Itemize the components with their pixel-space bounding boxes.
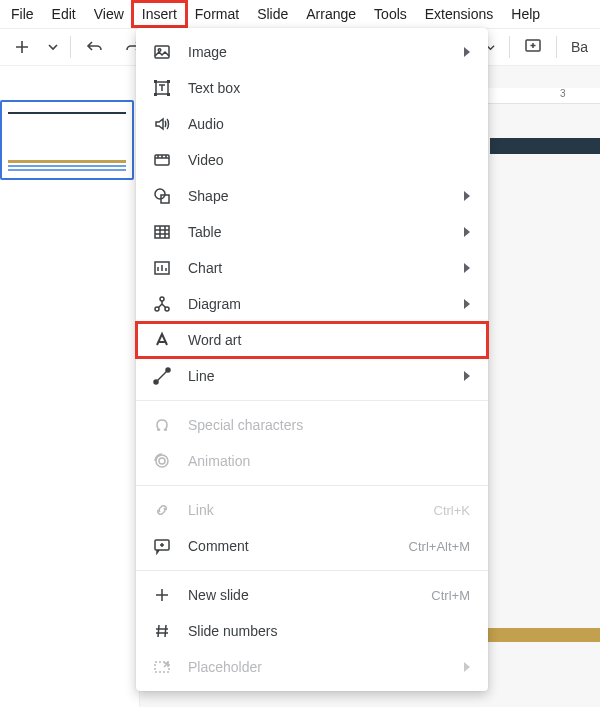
chevron-right-icon	[464, 371, 470, 381]
comment-icon	[152, 536, 172, 556]
menu-item-label: Table	[188, 224, 454, 240]
line-icon	[152, 366, 172, 386]
thumb-decoration	[8, 112, 126, 114]
menu-item-label: Audio	[188, 116, 470, 132]
menu-item-label: Shape	[188, 188, 454, 204]
svg-rect-8	[167, 93, 170, 96]
menu-divider	[136, 570, 488, 571]
menu-item-table[interactable]: Table	[136, 214, 488, 250]
menu-item-label: New slide	[188, 587, 431, 603]
menu-item-link: Link Ctrl+K	[136, 492, 488, 528]
menu-item-chart[interactable]: Chart	[136, 250, 488, 286]
ruler-tick-3: 3	[560, 88, 566, 99]
undo-button[interactable]	[81, 33, 109, 61]
chevron-right-icon	[464, 263, 470, 273]
menu-item-placeholder: Placeholder	[136, 649, 488, 685]
toolbar-separator-2	[509, 36, 510, 58]
background-button[interactable]: Ba	[571, 39, 588, 55]
chevron-right-icon	[464, 662, 470, 672]
new-slide-dropdown[interactable]	[46, 33, 60, 61]
comment-tool-icon[interactable]	[524, 37, 542, 58]
svg-rect-2	[155, 46, 169, 58]
menu-item-shortcut: Ctrl+M	[431, 588, 470, 603]
svg-point-10	[155, 189, 165, 199]
animation-icon	[152, 451, 172, 471]
menu-item-image[interactable]: Image	[136, 34, 488, 70]
menu-item-label: Word art	[188, 332, 470, 348]
menu-item-label: Comment	[188, 538, 409, 554]
menu-item-label: Video	[188, 152, 470, 168]
link-icon	[152, 500, 172, 520]
slide-thumbnail-1[interactable]	[0, 100, 134, 180]
menu-item-label: Special characters	[188, 417, 470, 433]
menu-item-label: Placeholder	[188, 659, 454, 675]
image-icon	[152, 42, 172, 62]
menu-item-audio[interactable]: Audio	[136, 106, 488, 142]
diagram-icon	[152, 294, 172, 314]
menu-item-specialchars: Special characters	[136, 407, 488, 443]
menu-item-newslide[interactable]: New slide Ctrl+M	[136, 577, 488, 613]
svg-point-3	[158, 49, 161, 52]
toolbar-separator-3	[556, 36, 557, 58]
menubar: File Edit View Insert Format Slide Arran…	[0, 0, 600, 28]
menu-slide[interactable]: Slide	[248, 2, 297, 26]
menu-item-label: Link	[188, 502, 434, 518]
menu-item-animation: Animation	[136, 443, 488, 479]
menu-item-label: Image	[188, 44, 454, 60]
menu-item-label: Text box	[188, 80, 470, 96]
audio-icon	[152, 114, 172, 134]
svg-rect-6	[167, 80, 170, 83]
menu-tools[interactable]: Tools	[365, 2, 416, 26]
thumb-decoration	[8, 160, 126, 163]
menu-extensions[interactable]: Extensions	[416, 2, 502, 26]
plus-icon	[152, 585, 172, 605]
menu-item-line[interactable]: Line	[136, 358, 488, 394]
menu-item-shape[interactable]: Shape	[136, 178, 488, 214]
table-icon	[152, 222, 172, 242]
menu-file[interactable]: File	[2, 2, 43, 26]
menu-item-label: Animation	[188, 453, 470, 469]
placeholder-icon	[152, 657, 172, 677]
menu-edit[interactable]: Edit	[43, 2, 85, 26]
svg-point-20	[156, 455, 168, 467]
shape-icon	[152, 186, 172, 206]
menu-item-label: Line	[188, 368, 454, 384]
textbox-icon	[152, 78, 172, 98]
new-slide-button[interactable]	[8, 33, 36, 61]
chevron-right-icon	[464, 299, 470, 309]
slide-thumbnail-panel	[0, 66, 140, 707]
omega-icon	[152, 415, 172, 435]
menu-view[interactable]: View	[85, 2, 133, 26]
menu-item-video[interactable]: Video	[136, 142, 488, 178]
menu-item-shortcut: Ctrl+Alt+M	[409, 539, 470, 554]
video-icon	[152, 150, 172, 170]
menu-help[interactable]: Help	[502, 2, 549, 26]
menu-item-wordart[interactable]: Word art	[136, 322, 488, 358]
menu-arrange[interactable]: Arrange	[297, 2, 365, 26]
chevron-right-icon	[464, 191, 470, 201]
menu-item-label: Slide numbers	[188, 623, 470, 639]
insert-dropdown: Image Text box Audio Video Shape Table	[136, 28, 488, 691]
svg-rect-12	[155, 226, 169, 238]
svg-point-14	[160, 297, 164, 301]
thumb-decoration	[8, 165, 126, 167]
menu-divider	[136, 485, 488, 486]
svg-point-19	[159, 458, 165, 464]
menu-insert[interactable]: Insert	[133, 2, 186, 26]
menu-item-comment[interactable]: Comment Ctrl+Alt+M	[136, 528, 488, 564]
chevron-right-icon	[464, 47, 470, 57]
menu-item-slidenumbers[interactable]: Slide numbers	[136, 613, 488, 649]
menu-item-diagram[interactable]: Diagram	[136, 286, 488, 322]
menu-format[interactable]: Format	[186, 2, 248, 26]
menu-divider	[136, 400, 488, 401]
menu-item-label: Chart	[188, 260, 454, 276]
chart-icon	[152, 258, 172, 278]
svg-rect-5	[154, 80, 157, 83]
hash-icon	[152, 621, 172, 641]
menu-item-textbox[interactable]: Text box	[136, 70, 488, 106]
slide-element-dark-bar	[490, 138, 600, 154]
wordart-icon	[152, 330, 172, 350]
menu-item-shortcut: Ctrl+K	[434, 503, 470, 518]
svg-point-17	[154, 380, 158, 384]
menu-item-label: Diagram	[188, 296, 454, 312]
